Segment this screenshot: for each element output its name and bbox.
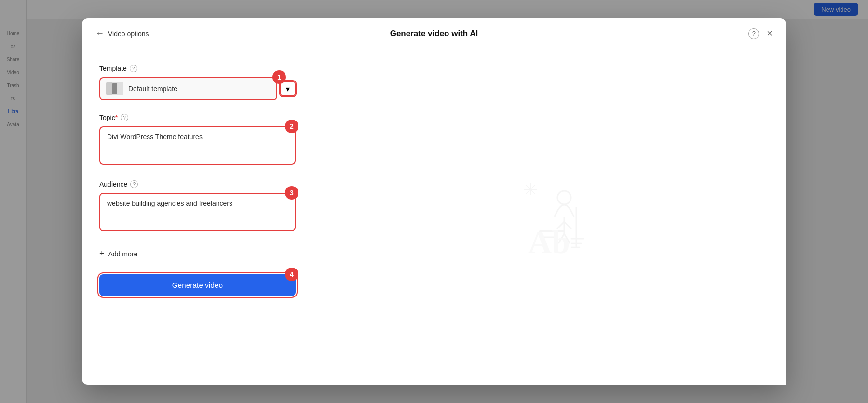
template-info-icon[interactable]: ? bbox=[130, 65, 137, 72]
template-dropdown-button[interactable]: ▾ bbox=[280, 81, 296, 96]
audience-label-row: Audience ? bbox=[99, 180, 296, 188]
svg-point-4 bbox=[557, 191, 571, 204]
modal-body: Template ? 1 Default template bbox=[82, 49, 786, 385]
template-name: Default template bbox=[128, 85, 271, 93]
audience-info-icon[interactable]: ? bbox=[130, 180, 138, 188]
generate-video-button[interactable]: Generate video bbox=[99, 274, 296, 296]
modal-header: ← Video options Generate video with AI ?… bbox=[82, 18, 786, 49]
step-1-badge: 1 bbox=[272, 70, 286, 84]
back-arrow-icon: ← bbox=[95, 28, 104, 39]
template-dropdown[interactable]: Default template bbox=[99, 77, 277, 100]
modal-header-actions: ? × bbox=[748, 28, 773, 39]
template-section: Template ? 1 Default template bbox=[99, 65, 296, 100]
audience-input[interactable] bbox=[99, 193, 296, 231]
template-thumbnail bbox=[106, 82, 123, 95]
topic-label: Topic* bbox=[99, 114, 118, 121]
chevron-down-icon: ▾ bbox=[286, 84, 290, 94]
step-4-badge: 4 bbox=[285, 268, 298, 281]
topic-section: Topic* ? 2 bbox=[99, 114, 296, 167]
preview-placeholder: Ab bbox=[502, 169, 598, 265]
back-label: Video options bbox=[108, 30, 149, 38]
modal-title: Generate video with AI bbox=[390, 29, 478, 39]
preview-art-icon: Ab bbox=[502, 169, 598, 265]
topic-info-icon[interactable]: ? bbox=[121, 114, 128, 121]
modal: ← Video options Generate video with AI ?… bbox=[82, 18, 786, 385]
template-label: Template ? bbox=[99, 65, 296, 72]
topic-label-row: Topic* ? bbox=[99, 114, 296, 121]
left-panel: Template ? 1 Default template bbox=[82, 49, 313, 385]
modal-overlay: ← Video options Generate video with AI ?… bbox=[0, 0, 868, 403]
audience-label: Audience bbox=[99, 180, 127, 188]
step-2-badge: 2 bbox=[285, 120, 298, 133]
audience-section: Audience ? 3 bbox=[99, 180, 296, 233]
svg-text:Ab: Ab bbox=[528, 224, 570, 260]
right-panel: Ab bbox=[313, 49, 786, 385]
add-more-button[interactable]: + Add more bbox=[99, 247, 137, 261]
help-icon[interactable]: ? bbox=[748, 28, 759, 39]
close-icon[interactable]: × bbox=[767, 28, 773, 39]
topic-input[interactable] bbox=[99, 126, 296, 165]
add-more-label: Add more bbox=[108, 250, 138, 258]
step-3-badge: 3 bbox=[285, 186, 298, 200]
back-button[interactable]: ← Video options bbox=[95, 28, 149, 39]
plus-icon: + bbox=[99, 249, 105, 259]
